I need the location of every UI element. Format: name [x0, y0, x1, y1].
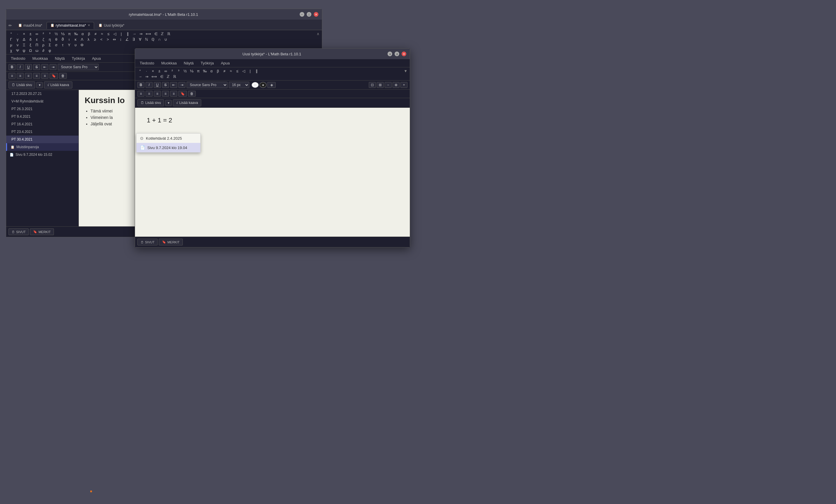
fg-bookmark-button[interactable]: 🔖 [178, 91, 187, 97]
main-menu-apua[interactable]: Apua [91, 56, 102, 61]
fg-sym-in[interactable]: ∈ [159, 74, 164, 79]
fg-sym-cdot[interactable]: · [144, 69, 149, 74]
fg-highlight-button[interactable]: ◈ [267, 82, 276, 88]
sym-updown[interactable]: ↕ [118, 37, 123, 42]
sym-sup2[interactable]: ² [41, 31, 46, 36]
fg-sym-approx[interactable]: ≈ [228, 69, 233, 74]
fg-minimize-button[interactable]: ∨ [387, 52, 392, 56]
fg-add-sivu-button[interactable]: 🗒 Lisää sivu [137, 99, 164, 106]
sym-sigma[interactable]: σ [54, 42, 59, 47]
sidebar-item-5[interactable]: PT 23.4.2021 [6, 128, 78, 136]
sym-dbar[interactable]: ‖ [125, 31, 130, 36]
fg-underline-button[interactable]: U [154, 82, 161, 88]
sym-lt[interactable]: < [99, 37, 104, 42]
fg-color-circle-button[interactable]: ⊙ [252, 82, 259, 88]
sym-omega[interactable]: ω [34, 48, 40, 53]
sym-sup3[interactable]: ³ [47, 31, 53, 36]
sidebar-item-3[interactable]: PT 9.4.2021 [6, 113, 78, 120]
fg-list-number-button[interactable]: ≡ [170, 91, 177, 97]
sym-lambda[interactable]: λ [86, 37, 91, 42]
fg-size-select[interactable]: 16 px [229, 82, 249, 88]
main-bold-button[interactable]: B [8, 64, 16, 70]
sidebar-item-0[interactable]: 17.2.2023 20.27.21 [6, 90, 78, 98]
fg-merkit-button[interactable]: 🔖 MERKIT [159, 239, 183, 246]
main-strike-button[interactable]: S [33, 64, 40, 70]
sym-arrow[interactable]: → [132, 31, 137, 36]
fg-sym-pm[interactable]: ± [157, 69, 162, 74]
sym-half[interactable]: ½ [54, 31, 59, 36]
main-align-right-button[interactable]: ≡ [25, 73, 32, 79]
sym-gt[interactable]: > [105, 37, 110, 42]
main-indent-less-button[interactable]: ⇤ [41, 64, 48, 70]
sym-pi[interactable]: π [67, 31, 72, 36]
sym-theta[interactable]: θ [54, 37, 59, 42]
fg-fill-circle-button[interactable]: ● [260, 82, 267, 88]
fg-sym-darr[interactable]: ⇒ [144, 74, 149, 79]
sym-cdot[interactable]: · [15, 31, 20, 36]
fg-align-right-button[interactable]: ≡ [154, 91, 161, 97]
fg-strike-button[interactable]: S [162, 82, 169, 88]
fg-view-page-button[interactable]: ⊡ [369, 82, 376, 88]
fg-sym-R[interactable]: ℝ [172, 74, 177, 79]
fg-align-left-button[interactable]: ≡ [137, 91, 145, 97]
fg-menu-muokkaa[interactable]: Muokkaa [160, 60, 178, 66]
fg-sym-sup2[interactable]: ² [170, 69, 175, 74]
fg-sym-degree[interactable]: ° [137, 69, 142, 74]
sym-Lambda[interactable]: Λ [79, 37, 85, 42]
main-merkit-button[interactable]: 🔖 MERKIT [30, 228, 54, 235]
fg-indent-more-button[interactable]: ⇥ [178, 82, 186, 88]
main-font-select[interactable]: Source Sans Pro [58, 64, 99, 70]
main-sivut-button[interactable]: 🗒 SIVUT [8, 228, 29, 235]
sym-zeta[interactable]: ζ [41, 37, 46, 42]
fg-sym-alpha[interactable]: α [209, 69, 214, 74]
sym-approx[interactable]: ≈ [99, 31, 104, 36]
fg-close-button[interactable]: ✕ [402, 52, 406, 56]
fg-sym-collapse-btn[interactable]: ▼ [404, 69, 407, 73]
sym-Psi[interactable]: Ψ [15, 48, 20, 53]
sym-neq[interactable]: ≠ [93, 31, 98, 36]
fg-italic-button[interactable]: I [146, 82, 153, 88]
fg-zoom-out-button[interactable]: − [385, 82, 392, 88]
sym-Gamma[interactable]: Γ [8, 37, 14, 42]
main-maximize-button[interactable]: □ [307, 12, 311, 17]
sym-vartheta[interactable]: ϑ [60, 37, 65, 42]
main-indent-more-button[interactable]: ⇥ [50, 64, 57, 70]
sym-eta[interactable]: η [47, 37, 53, 42]
fg-indent-less-button[interactable]: ⇤ [170, 82, 177, 88]
sidebar-item-1[interactable]: V+M Ryhmätehtävät [6, 98, 78, 105]
fg-sivut-button[interactable]: 🗒 SIVUT [137, 239, 157, 246]
dropdown-item-1[interactable]: 📄 Sivu 9.7.2024 klo 19.04 [136, 143, 201, 152]
fg-align-center-button[interactable]: ≡ [146, 91, 153, 97]
sidebar-item-2[interactable]: PT 26.3.2021 [6, 105, 78, 113]
sym-delta[interactable]: δ [28, 37, 33, 42]
sym-infty[interactable]: ∞ [34, 31, 40, 36]
sym-Q[interactable]: ℚ [150, 37, 155, 42]
fg-add-kaava-button[interactable]: √ Lisää kaava [173, 99, 201, 106]
sym-vbar[interactable]: | [119, 31, 124, 36]
fg-sym-neq[interactable]: ≠ [222, 69, 227, 74]
sym-degree[interactable]: ° [8, 31, 14, 36]
fg-menu-apua[interactable]: Apua [220, 60, 231, 66]
sym-Phi[interactable]: Φ [79, 42, 85, 47]
sym-psi[interactable]: ψ [21, 48, 27, 53]
main-menu-muokkaa[interactable]: Muokkaa [31, 56, 49, 61]
tab-maa04[interactable]: 📋 maa04.lma* [14, 22, 46, 29]
fg-sym-leq[interactable]: ≤ [235, 69, 240, 74]
sidebar-item-8[interactable]: 📄 Sivu 9.7.2024 klo 15.02 [6, 151, 78, 158]
fg-maximize-button[interactable]: ∧ [395, 52, 399, 56]
main-align-center-button[interactable]: ≡ [17, 73, 24, 79]
main-add-sivu-button[interactable]: 🗒 Lisää sivu [8, 81, 35, 89]
sym-angle[interactable]: ∠ [125, 37, 130, 42]
sym-Z[interactable]: ℤ [160, 31, 165, 36]
fg-zoom-in-button[interactable]: + [400, 82, 407, 88]
fg-sym-third[interactable]: ⅓ [189, 69, 194, 74]
main-close-button[interactable]: ✕ [314, 12, 318, 17]
main-italic-button[interactable]: I [17, 64, 24, 70]
main-add-sivu-arrow[interactable]: ▼ [36, 82, 43, 88]
sym-cap[interactable]: ∩ [157, 37, 162, 42]
main-align-left-button[interactable]: ≡ [8, 73, 16, 79]
fg-sym-tri[interactable]: ◁ [241, 69, 246, 74]
sym-permil[interactable]: ‰ [73, 31, 79, 36]
fg-sym-beta[interactable]: β [215, 69, 221, 74]
sym-mu[interactable]: μ [8, 42, 14, 47]
